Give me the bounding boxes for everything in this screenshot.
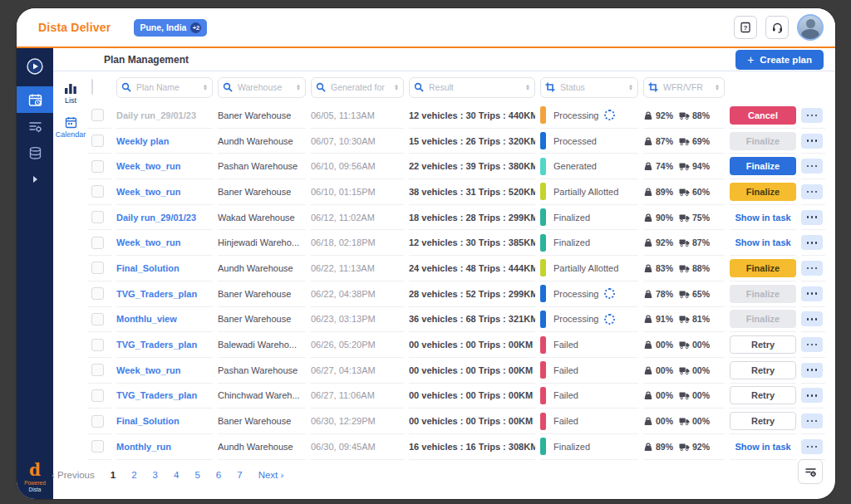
create-plan-button[interactable]: + Create plan bbox=[735, 50, 824, 70]
row-more-actions-button[interactable] bbox=[801, 184, 823, 199]
plan-name-link[interactable]: Final_Solution bbox=[116, 416, 180, 426]
retry-button[interactable]: Retry bbox=[730, 361, 796, 379]
sort-arrows-icon[interactable]: ▲▼ bbox=[628, 84, 633, 91]
user-avatar[interactable] bbox=[797, 14, 824, 41]
row-checkbox[interactable] bbox=[91, 339, 104, 351]
row-checkbox[interactable] bbox=[91, 364, 104, 376]
row-checkbox[interactable] bbox=[91, 415, 104, 428]
plan-name-link[interactable]: TVG_Traders_plan bbox=[116, 390, 197, 400]
row-checkbox[interactable] bbox=[91, 109, 104, 121]
filter-result[interactable]: ▲▼ bbox=[409, 77, 535, 98]
row-more-actions-button[interactable] bbox=[801, 337, 823, 352]
filter-plan-name[interactable]: ▲▼ bbox=[116, 77, 213, 98]
finalize-button[interactable]: Finalize bbox=[730, 157, 796, 175]
row-more-actions-button[interactable] bbox=[801, 388, 823, 403]
plan-name-link[interactable]: Week_two_run bbox=[116, 161, 180, 171]
show-in-task-button[interactable]: Show in task bbox=[730, 208, 796, 227]
row-more-actions-button[interactable] bbox=[801, 235, 823, 250]
plan-name-link[interactable]: Week_two_run bbox=[116, 237, 180, 247]
filter-generated-for[interactable]: ▲▼ bbox=[311, 77, 404, 98]
row-checkbox[interactable] bbox=[91, 237, 104, 249]
sort-arrows-icon[interactable]: ▲▼ bbox=[296, 84, 301, 91]
sidebar-item-data[interactable] bbox=[17, 139, 53, 166]
pagination-page-6[interactable]: 6 bbox=[216, 470, 221, 480]
row-more-actions-button[interactable] bbox=[801, 210, 823, 225]
sort-arrows-icon[interactable]: ▲▼ bbox=[525, 84, 530, 91]
pagination-page-4[interactable]: 4 bbox=[174, 470, 179, 480]
pagination-page-2[interactable]: 2 bbox=[131, 470, 136, 480]
plan-name-link[interactable]: TVG_Traders_plan bbox=[116, 340, 197, 350]
finalize-button[interactable]: Finalize bbox=[730, 259, 796, 277]
plan-name-link[interactable]: Weekly plan bbox=[116, 136, 169, 146]
row-checkbox[interactable] bbox=[91, 440, 104, 453]
select-all-checkbox[interactable] bbox=[91, 79, 93, 95]
help-doc-button[interactable]: ? bbox=[734, 16, 757, 39]
row-more-actions-button[interactable] bbox=[801, 439, 823, 454]
sort-arrows-icon[interactable]: ▲▼ bbox=[715, 84, 720, 91]
row-checkbox[interactable] bbox=[91, 135, 104, 147]
filter-wfr-vfr[interactable]: ▲▼ bbox=[643, 77, 725, 98]
row-more-actions-button[interactable] bbox=[801, 413, 823, 428]
row-more-actions-button[interactable] bbox=[801, 363, 823, 378]
status-label: Partially Allotted bbox=[553, 263, 618, 273]
filter-input[interactable] bbox=[558, 81, 625, 93]
filter-input[interactable] bbox=[236, 81, 293, 93]
table-row: Weekly planAundh Warehouse06/07, 10:30AM… bbox=[88, 129, 825, 154]
pagination-page-1[interactable]: 1 bbox=[111, 470, 116, 480]
row-checkbox[interactable] bbox=[91, 211, 104, 223]
plan-name-link[interactable]: Daily run_29/01/23 bbox=[116, 213, 196, 223]
row-checkbox[interactable] bbox=[91, 185, 104, 198]
cancel-button[interactable]: Cancel bbox=[730, 106, 796, 125]
sort-arrows-icon[interactable]: ▲▼ bbox=[203, 84, 208, 91]
powered-by-line1: Powered bbox=[24, 480, 46, 486]
table-settings-button[interactable] bbox=[798, 459, 823, 484]
finalize-button[interactable]: Finalize bbox=[730, 183, 796, 201]
warehouse-cell: Pashan Warehouse bbox=[218, 365, 298, 375]
filter-input[interactable] bbox=[662, 81, 711, 93]
pagination-page-3[interactable]: 3 bbox=[153, 470, 158, 480]
support-button[interactable] bbox=[765, 16, 789, 39]
filter-input[interactable] bbox=[135, 81, 199, 93]
plan-name-link[interactable]: Final_Solution bbox=[116, 263, 180, 273]
sidebar-item-tasks[interactable] bbox=[17, 113, 53, 139]
sidebar-item-home[interactable] bbox=[17, 53, 53, 80]
row-more-actions-button[interactable] bbox=[801, 286, 823, 301]
view-tab-calendar[interactable]: Calendar bbox=[53, 116, 88, 139]
pagination-page-7[interactable]: 7 bbox=[237, 470, 242, 480]
plan-name-link[interactable]: Monthlu_view bbox=[116, 314, 177, 324]
sidebar-item-plans[interactable] bbox=[17, 86, 53, 113]
show-in-task-button[interactable]: Show in task bbox=[730, 438, 796, 456]
filter-warehouse[interactable]: ▲▼ bbox=[218, 77, 306, 98]
pagination-page-5[interactable]: 5 bbox=[194, 470, 199, 480]
show-in-task-button[interactable]: Show in task bbox=[730, 233, 796, 252]
plan-name-link[interactable]: Monthly_run bbox=[116, 442, 171, 452]
pagination-previous[interactable]: ‹ Previous bbox=[52, 470, 95, 480]
filter-status[interactable]: ▲▼ bbox=[540, 77, 638, 98]
row-more-actions-button[interactable] bbox=[801, 159, 823, 174]
truck-icon bbox=[679, 136, 690, 146]
retry-button[interactable]: Retry bbox=[730, 335, 796, 354]
filter-input[interactable] bbox=[329, 81, 391, 93]
row-checkbox[interactable] bbox=[91, 160, 104, 173]
row-more-actions-button[interactable] bbox=[801, 311, 823, 326]
row-checkbox[interactable] bbox=[91, 287, 104, 300]
table-row: Final_SolutionBaner Warehouse06/30, 12:2… bbox=[88, 409, 825, 434]
filter-input[interactable] bbox=[427, 81, 522, 93]
sidebar-expand-button[interactable] bbox=[17, 166, 53, 193]
row-more-actions-button[interactable] bbox=[801, 108, 823, 123]
plan-name-link[interactable]: TVG_Traders_plan bbox=[116, 289, 197, 299]
view-tab-list[interactable]: List bbox=[53, 83, 88, 105]
sort-arrows-icon[interactable]: ▲▼ bbox=[394, 84, 399, 91]
row-checkbox[interactable] bbox=[91, 262, 104, 274]
plan-name-link[interactable]: Week_two_run bbox=[116, 365, 180, 375]
pagination-next[interactable]: Next › bbox=[258, 470, 284, 480]
warehouse-cell: Pashan Warehouse bbox=[218, 161, 298, 171]
retry-button[interactable]: Retry bbox=[730, 386, 796, 404]
row-checkbox[interactable] bbox=[91, 389, 104, 402]
location-pill[interactable]: Pune, India +2 bbox=[134, 19, 207, 37]
row-checkbox[interactable] bbox=[91, 313, 104, 325]
row-more-actions-button[interactable] bbox=[801, 261, 823, 276]
plan-name-link[interactable]: Week_two_run bbox=[116, 187, 180, 197]
retry-button[interactable]: Retry bbox=[730, 412, 796, 430]
row-more-actions-button[interactable] bbox=[801, 134, 823, 149]
